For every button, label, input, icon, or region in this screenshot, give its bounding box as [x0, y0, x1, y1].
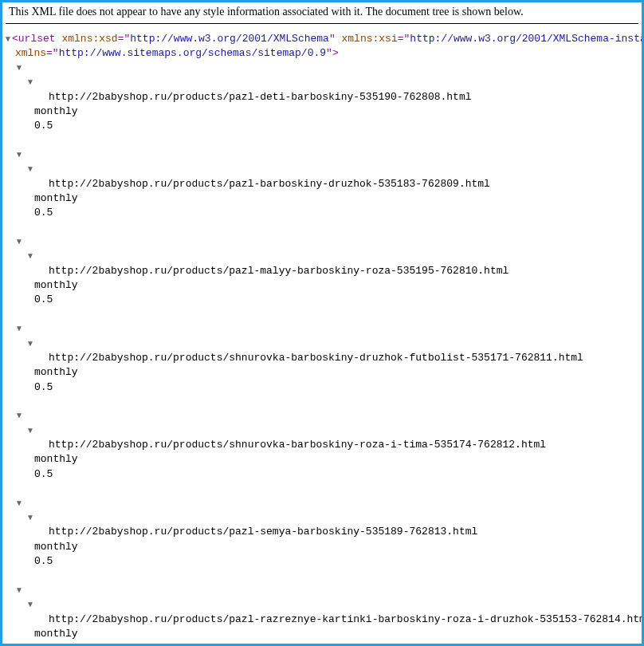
url-value: http://2babyshop.ru/products/pazl-semya-… [49, 526, 477, 538]
url-value: http://2babyshop.ru/products/pazl-barbos… [49, 178, 490, 190]
collapse-toggle-icon[interactable]: ▼ [15, 585, 23, 596]
url-close [4, 308, 642, 322]
collapse-toggle-icon[interactable]: ▼ [4, 33, 12, 45]
url-close [4, 133, 642, 148]
quote: " [329, 33, 342, 45]
collapse-toggle-icon[interactable]: ▼ [26, 163, 34, 175]
changefreq-value: monthly [34, 192, 78, 204]
url-open: ▼ [4, 583, 642, 597]
attr-name: xmlns:xsi [342, 33, 398, 45]
collapse-toggle-icon[interactable]: ▼ [26, 425, 34, 436]
url-value: http://2babyshop.ru/products/pazl-razrez… [49, 613, 644, 625]
collapse-toggle-icon[interactable]: ▼ [15, 62, 23, 73]
collapse-toggle-icon[interactable]: ▼ [15, 323, 23, 334]
changefreq-line: monthly [4, 452, 642, 467]
collapse-toggle-icon[interactable]: ▼ [26, 77, 34, 88]
loc-open: ▼ [4, 423, 642, 438]
priority-value: 0.5 [34, 120, 53, 132]
url-open: ▼ [4, 496, 642, 510]
entries-container: ▼▼http://2babyshop.ru/products/pazl-deti… [4, 61, 642, 646]
url-open: ▼ [4, 148, 642, 163]
url-value: http://2babyshop.ru/products/pazl-deti-b… [49, 91, 472, 103]
quote-close: " [326, 47, 332, 59]
url-close [4, 395, 642, 409]
priority-value: 0.5 [34, 293, 53, 305]
priority-value: 0.5 [34, 642, 53, 646]
collapse-toggle-icon[interactable]: ▼ [26, 250, 34, 262]
equals: =" [46, 47, 59, 59]
loc-open: ▼ [4, 163, 642, 177]
loc-open: ▼ [4, 597, 642, 612]
urlset-open-line-2: xmlns="http://www.sitemaps.org/schemas/s… [4, 46, 642, 61]
changefreq-line: monthly [4, 540, 642, 554]
url-close [4, 569, 642, 583]
loc-text: http://2babyshop.ru/products/pazl-barbos… [4, 177, 642, 191]
changefreq-value: monthly [34, 366, 78, 378]
url-close [4, 220, 642, 234]
equals: =" [398, 33, 410, 45]
loc-text: http://2babyshop.ru/products/shnurovka-b… [4, 351, 642, 365]
changefreq-line: monthly [4, 104, 642, 119]
url-value: http://2babyshop.ru/products/pazl-malyy-… [49, 265, 509, 277]
attr-name: xmlns [15, 47, 46, 59]
collapse-toggle-icon[interactable]: ▼ [26, 512, 34, 523]
xml-tree: ▼<urlset xmlns:xsd="http://www.w3.org/20… [2, 32, 642, 646]
priority-line: 0.5 [4, 119, 642, 133]
equals: =" [118, 33, 131, 45]
loc-open: ▼ [4, 510, 642, 525]
loc-text: http://2babyshop.ru/products/pazl-razrez… [4, 613, 642, 627]
loc-text: http://2babyshop.ru/products/shnurovka-b… [4, 438, 642, 452]
priority-line: 0.5 [4, 554, 642, 569]
attr-value: http://www.w3.org/2001/XMLSchema-instanc… [410, 33, 644, 45]
changefreq-value: monthly [34, 541, 78, 553]
changefreq-line: monthly [4, 365, 642, 380]
priority-line: 0.5 [4, 293, 642, 307]
loc-open: ▼ [4, 250, 642, 264]
collapse-toggle-icon[interactable]: ▼ [26, 338, 34, 349]
url-open: ▼ [4, 409, 642, 423]
loc-open: ▼ [4, 337, 642, 351]
url-value: http://2babyshop.ru/products/shnurovka-b… [49, 352, 583, 364]
loc-text: http://2babyshop.ru/products/pazl-malyy-… [4, 264, 642, 278]
collapse-toggle-icon[interactable]: ▼ [15, 236, 23, 247]
priority-line: 0.5 [4, 206, 642, 220]
collapse-toggle-icon[interactable]: ▼ [15, 149, 23, 160]
attr-value: http://www.w3.org/2001/XMLSchema [130, 33, 329, 45]
priority-value: 0.5 [34, 207, 53, 219]
viewport-frame: This XML file does not appear to have an… [0, 0, 644, 646]
changefreq-line: monthly [4, 191, 642, 206]
url-close [4, 482, 642, 496]
urlset-tag: <urlset [12, 33, 61, 45]
priority-line: 0.5 [4, 467, 642, 482]
changefreq-value: monthly [34, 628, 78, 640]
changefreq-value: monthly [34, 279, 78, 291]
loc-text: http://2babyshop.ru/products/pazl-deti-b… [4, 90, 642, 104]
loc-text: http://2babyshop.ru/products/pazl-semya-… [4, 525, 642, 539]
no-style-message: This XML file does not appear to have an… [6, 2, 638, 24]
url-open: ▼ [4, 235, 642, 250]
url-value: http://2babyshop.ru/products/shnurovka-b… [49, 439, 546, 451]
attr-value: http://www.sitemaps.org/schemas/sitemap/… [59, 47, 326, 59]
url-open: ▼ [4, 322, 642, 337]
priority-value: 0.5 [34, 381, 53, 393]
collapse-toggle-icon[interactable]: ▼ [15, 410, 23, 421]
attr-name: xmlns:xsd [61, 33, 117, 45]
changefreq-line: monthly [4, 278, 642, 293]
collapse-toggle-icon[interactable]: ▼ [26, 599, 34, 610]
priority-line: 0.5 [4, 641, 642, 646]
gt: > [332, 47, 339, 59]
changefreq-value: monthly [34, 453, 78, 465]
loc-open: ▼ [4, 76, 642, 90]
url-open: ▼ [4, 61, 642, 75]
urlset-open-line: ▼<urlset xmlns:xsd="http://www.w3.org/20… [4, 32, 642, 46]
priority-value: 0.5 [34, 555, 53, 567]
priority-value: 0.5 [34, 468, 53, 480]
changefreq-line: monthly [4, 627, 642, 641]
priority-line: 0.5 [4, 380, 642, 395]
changefreq-value: monthly [34, 105, 78, 117]
collapse-toggle-icon[interactable]: ▼ [15, 498, 23, 509]
